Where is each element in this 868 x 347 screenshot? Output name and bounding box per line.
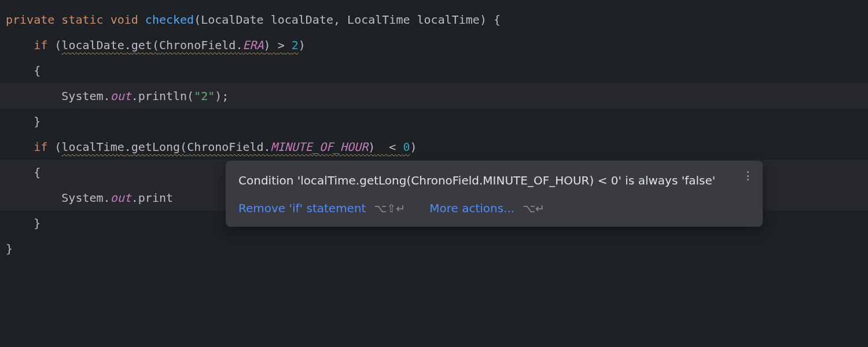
more-actions-link[interactable]: More actions... — [429, 199, 514, 217]
paren-close: ) — [410, 138, 417, 156]
code-line-1[interactable]: private static void checked(LocalDate lo… — [0, 7, 868, 32]
semicolon: ; — [222, 87, 229, 105]
more-options-icon[interactable] — [742, 170, 753, 182]
brace-open: { — [34, 163, 41, 182]
operator: < — [389, 140, 396, 154]
method-call-partial: print — [138, 189, 173, 207]
method-call: getLong — [131, 140, 180, 154]
tooltip-actions: Remove 'if' statement ⌥⇧↵ More actions..… — [238, 199, 750, 217]
keyword-static: static — [61, 10, 103, 29]
code-line-2[interactable]: if (localDate.get(ChronoField.ERA) > 2) — [0, 32, 868, 58]
brace-open: { — [34, 61, 41, 80]
paren-close: ) — [480, 10, 487, 29]
brace-close: } — [34, 112, 41, 131]
code-line-5[interactable]: } — [0, 109, 868, 134]
paren-open: ( — [54, 138, 61, 156]
inspection-tooltip: Condition 'localTime.getLong(ChronoField… — [226, 161, 763, 227]
shortcut-hint: ⌥↵ — [523, 200, 545, 217]
inspection-warning-2[interactable]: localTime.getLong(ChronoField.MINUTE_OF_… — [61, 138, 410, 156]
number-literal: 0 — [403, 140, 410, 154]
keyword-void: void — [111, 10, 138, 29]
paren-open: ( — [194, 10, 201, 29]
tooltip-message: Condition 'localTime.getLong(ChronoField… — [238, 171, 750, 190]
code-line-4[interactable]: System.out.println("2"); — [0, 83, 868, 109]
class-ref: ChronoField — [159, 38, 236, 52]
operator: > — [278, 38, 285, 52]
static-field: MINUTE_OF_HOUR — [271, 140, 369, 154]
param-type: LocalTime — [347, 10, 410, 29]
static-field: ERA — [242, 38, 263, 52]
variable-ref: localTime — [61, 140, 124, 154]
code-line-6[interactable]: if (localTime.getLong(ChronoField.MINUTE… — [0, 134, 868, 160]
class-ref: ChronoField — [187, 140, 263, 154]
keyword-if: if — [34, 36, 47, 54]
class-ref: System — [61, 189, 103, 207]
brace-close: } — [34, 214, 41, 232]
comma: , — [333, 10, 340, 29]
shortcut-hint: ⌥⇧↵ — [374, 200, 405, 217]
keyword-private: private — [6, 10, 54, 29]
paren-open: ( — [54, 36, 61, 54]
static-field-out: out — [111, 87, 131, 105]
class-ref: System — [61, 87, 103, 105]
keyword-if: if — [34, 138, 47, 156]
variable-ref: localDate — [61, 38, 124, 52]
string-literal: "2" — [194, 87, 215, 105]
param-name: localDate — [271, 10, 333, 29]
static-field-out: out — [111, 189, 131, 207]
param-name: localTime — [417, 10, 480, 29]
brace-open: { — [494, 10, 501, 29]
code-line-10[interactable]: } — [0, 236, 868, 261]
paren-close: ) — [299, 36, 306, 54]
method-call: println — [138, 87, 187, 105]
method-call: get — [131, 38, 152, 52]
remove-if-action[interactable]: Remove 'if' statement — [238, 199, 366, 217]
code-line-3[interactable]: { — [0, 58, 868, 83]
brace-close: } — [6, 239, 13, 258]
inspection-warning-1[interactable]: localDate.get(ChronoField.ERA) > 2 — [61, 36, 298, 54]
number-literal: 2 — [292, 38, 299, 52]
method-declaration-name: checked — [145, 10, 194, 29]
param-type: LocalDate — [201, 10, 263, 29]
